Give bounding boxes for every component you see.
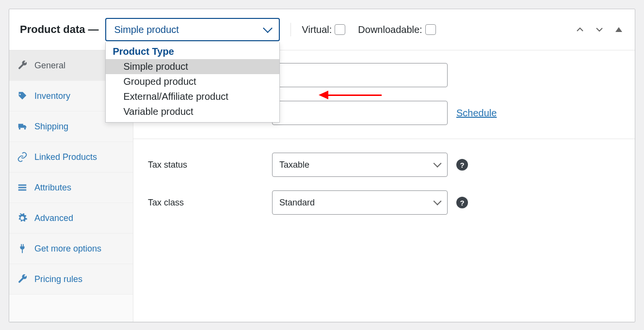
- tab-attributes-label: Attributes: [34, 183, 71, 193]
- annotation-arrow: [319, 91, 382, 99]
- tab-get-more-options[interactable]: Get more options: [9, 234, 133, 264]
- divider: [133, 139, 635, 139]
- gear-icon: [17, 213, 28, 223]
- title-dash: —: [88, 23, 98, 36]
- virtual-checkbox-label[interactable]: Virtual:: [302, 24, 345, 35]
- product-type-select[interactable]: Simple product: [105, 18, 280, 41]
- tab-advanced[interactable]: Advanced: [9, 203, 133, 234]
- tax-status-select[interactable]: Taxable: [272, 153, 448, 177]
- panel-title: Product data —: [20, 23, 98, 36]
- svg-rect-1: [18, 185, 27, 186]
- product-type-options: Virtual: Downloadable:: [302, 24, 435, 35]
- product-data-panel: Product data — Simple product Product Ty…: [9, 9, 635, 322]
- product-type-dropdown: Product Type Simple product Grouped prod…: [105, 42, 280, 123]
- vertical-separator: [290, 23, 291, 36]
- tab-shipping-label: Shipping: [34, 122, 68, 132]
- tab-pricing-rules[interactable]: Pricing rules: [9, 264, 133, 295]
- tab-linked-products[interactable]: Linked Products: [9, 142, 133, 173]
- chevron-down-icon: [263, 23, 273, 33]
- tab-linked-label: Linked Products: [34, 152, 97, 162]
- panel-title-text: Product data: [20, 23, 85, 36]
- list-icon: [17, 182, 28, 193]
- arrow-line: [328, 94, 382, 96]
- panel-move-up-button[interactable]: [575, 24, 585, 35]
- wrench-icon: [17, 274, 28, 284]
- tax-class-label: Tax class: [148, 198, 272, 208]
- panel-move-down-button[interactable]: [594, 24, 605, 35]
- tax-status-row: Tax status Taxable ?: [133, 146, 635, 184]
- tab-general-label: General: [34, 61, 65, 71]
- dropdown-item-variable[interactable]: Variable product: [106, 104, 279, 119]
- svg-rect-3: [18, 189, 27, 191]
- wrench-icon: [17, 60, 28, 71]
- tab-advanced-label: Advanced: [34, 213, 73, 223]
- sale-price-input[interactable]: [272, 101, 448, 125]
- regular-price-input[interactable]: [272, 63, 448, 87]
- help-icon[interactable]: ?: [456, 197, 468, 208]
- dropdown-item-external[interactable]: External/Affiliate product: [106, 89, 279, 104]
- tab-attributes[interactable]: Attributes: [9, 173, 133, 203]
- arrow-left-icon: [319, 91, 328, 99]
- product-type-select-wrap: Simple product Product Type Simple produ…: [105, 18, 280, 41]
- tag-icon: [17, 91, 28, 101]
- dropdown-group-label: Product Type: [106, 42, 279, 59]
- tax-status-label: Tax status: [148, 160, 272, 170]
- dropdown-item-grouped[interactable]: Grouped product: [106, 74, 279, 89]
- virtual-checkbox[interactable]: [335, 24, 345, 35]
- schedule-link[interactable]: Schedule: [456, 108, 497, 119]
- svg-rect-2: [18, 187, 27, 189]
- tax-class-select[interactable]: Standard: [272, 190, 448, 215]
- chevron-down-icon: [434, 197, 442, 205]
- tab-pricing-label: Pricing rules: [34, 274, 82, 284]
- tab-inventory-label: Inventory: [34, 91, 70, 101]
- tax-class-value: Standard: [279, 198, 315, 208]
- panel-collapse-toggle[interactable]: [613, 24, 624, 35]
- link-icon: [17, 152, 28, 162]
- chevron-down-icon: [434, 159, 442, 168]
- tab-getmore-label: Get more options: [34, 244, 101, 254]
- downloadable-checkbox-label[interactable]: Downloadable:: [358, 24, 435, 35]
- svg-marker-0: [615, 27, 622, 32]
- panel-header: Product data — Simple product Product Ty…: [9, 9, 635, 50]
- downloadable-label-text: Downloadable:: [358, 24, 422, 35]
- downloadable-checkbox[interactable]: [425, 24, 436, 35]
- help-icon[interactable]: ?: [456, 159, 468, 171]
- truck-icon: [17, 121, 28, 132]
- plug-icon: [17, 243, 28, 254]
- dropdown-item-simple[interactable]: Simple product: [106, 59, 279, 74]
- product-type-selected-value: Simple product: [114, 24, 178, 35]
- tax-status-value: Taxable: [279, 160, 309, 170]
- virtual-label-text: Virtual:: [302, 24, 332, 35]
- tax-class-row: Tax class Standard ?: [133, 184, 635, 221]
- panel-header-actions: [575, 24, 624, 35]
